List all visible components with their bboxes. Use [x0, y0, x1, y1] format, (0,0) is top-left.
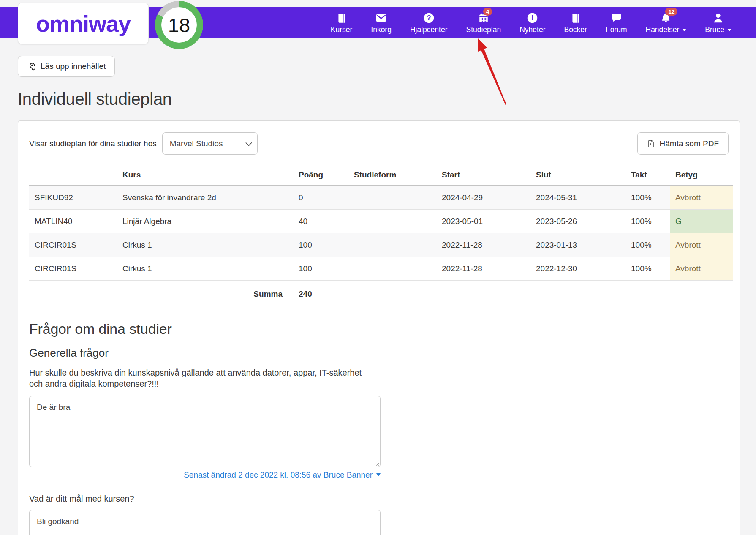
user-icon	[712, 12, 724, 24]
col-header-studieform: Studieform	[348, 168, 436, 186]
main-nav: Kurser Inkorg ? Hjälpcenter 4 Studieplan…	[331, 7, 756, 43]
col-header-kurs: Kurs	[117, 168, 293, 186]
nav-item-studieplan[interactable]: 4 Studieplan	[466, 12, 501, 34]
cell-takt: 100%	[625, 233, 670, 257]
studieplan-badge: 4	[483, 8, 492, 16]
handelser-badge: 12	[665, 8, 677, 16]
nav-item-forum[interactable]: Forum	[606, 12, 627, 34]
progress-ring-badge: 18	[155, 1, 203, 49]
provider-select-value: Marvel Studios	[170, 139, 223, 148]
cell-takt: 100%	[625, 210, 670, 233]
answer-1-wrap: De är bra	[29, 396, 381, 467]
summary-label: Summa	[29, 281, 293, 299]
col-header-start: Start	[436, 168, 530, 186]
cell-start: 2022-11-28	[436, 257, 530, 281]
cell-betyg: G	[670, 210, 733, 233]
cell-start: 2022-11-28	[436, 233, 530, 257]
nav-item-inkorg[interactable]: Inkorg	[371, 12, 392, 34]
logo[interactable]: omniway	[18, 3, 149, 44]
table-summary-row: Summa 240	[29, 281, 729, 299]
answer-2-textarea[interactable]: Bli godkänd	[29, 510, 381, 535]
cell-kurs: Linjär Algebra	[117, 210, 293, 233]
download-pdf-label: Hämta som PDF	[660, 139, 719, 148]
cell-start: 2023-05-01	[436, 210, 530, 233]
cell-studieform	[348, 186, 436, 210]
cell-code: SFIKUD92	[29, 186, 117, 210]
ear-icon	[27, 62, 36, 71]
last-edited-link[interactable]: Senast ändrad 2 dec 2022 kl. 08:56 av Br…	[29, 470, 381, 480]
provider-filter-label: Visar studieplan för dina studier hos	[29, 139, 157, 148]
nav-item-user-bruce[interactable]: Bruce	[705, 12, 732, 34]
plan-controls: Visar studieplan för dina studier hos Ma…	[29, 132, 729, 155]
nav-item-nyheter[interactable]: ! Nyheter	[519, 12, 545, 34]
cell-start: 2024-04-29	[436, 186, 530, 210]
page-title: Individuell studieplan	[18, 89, 740, 109]
provider-select[interactable]: Marvel Studios	[162, 132, 258, 155]
nav-item-hjalpcenter[interactable]: ? Hjälpcenter	[410, 12, 448, 34]
nav-item-label: Böcker	[564, 25, 587, 34]
nav-item-label: Händelser	[646, 25, 680, 34]
calendar-icon: 4	[478, 12, 489, 24]
envelope-icon	[375, 12, 387, 24]
help-circle-icon: ?	[423, 12, 435, 24]
col-header-code	[29, 168, 117, 186]
read-aloud-button[interactable]: Läs upp innehållet	[18, 56, 115, 77]
book-icon	[570, 12, 581, 24]
nav-item-label: Nyheter	[519, 25, 545, 34]
alert-circle-icon: !	[527, 12, 538, 24]
svg-text:!: !	[531, 14, 534, 22]
summary-total: 240	[293, 281, 312, 299]
cell-poang: 100	[293, 233, 348, 257]
questions-section-title: Frågor om dina studier	[29, 321, 729, 337]
col-header-slut: Slut	[530, 168, 625, 186]
cell-studieform	[348, 233, 436, 257]
studyplan-table: Kurs Poäng Studieform Start Slut Takt Be…	[29, 168, 733, 281]
read-aloud-label: Läs upp innehållet	[41, 62, 106, 71]
studyplan-card: Visar studieplan för dina studier hos Ma…	[18, 120, 740, 535]
nav-item-handelser[interactable]: 12 Händelser	[646, 12, 687, 34]
progress-ring-value: 18	[168, 14, 190, 37]
cell-kurs: Cirkus 1	[117, 233, 293, 257]
last-edited-text: Senast ändrad 2 dec 2022 kl. 08:56 av Br…	[184, 470, 373, 480]
nav-item-label: Forum	[606, 25, 627, 34]
nav-item-label: Hjälpcenter	[410, 25, 448, 34]
nav-item-label: Bruce	[705, 25, 724, 34]
cell-slut: 2022-12-30	[530, 257, 625, 281]
nav-item-label: Studieplan	[466, 25, 501, 34]
logo-text: omniway	[36, 11, 131, 37]
question-1-text: Hur skulle du beskriva din kunskapsnivå …	[29, 367, 371, 390]
nav-item-label: Inkorg	[371, 25, 392, 34]
chevron-down-icon	[245, 139, 252, 146]
cell-kurs: Svenska för invandrare 2d	[117, 186, 293, 210]
cell-studieform	[348, 257, 436, 281]
cell-betyg: Avbrott	[670, 257, 733, 281]
bell-icon: 12	[660, 12, 672, 24]
cell-betyg: Avbrott	[670, 186, 733, 210]
chevron-down-icon	[376, 473, 381, 476]
cell-poang: 100	[293, 257, 348, 281]
table-header-row: Kurs Poäng Studieform Start Slut Takt Be…	[29, 168, 733, 186]
cell-poang: 40	[293, 210, 348, 233]
answer-1-textarea[interactable]: De är bra	[29, 396, 381, 467]
nav-item-kurser[interactable]: Kurser	[331, 12, 353, 34]
table-row: CIRCIR01S Cirkus 1 100 2022-11-28 2023-0…	[29, 233, 733, 257]
cell-kurs: Cirkus 1	[117, 257, 293, 281]
question-2-text: Vad är ditt mål med kursen?	[29, 494, 729, 504]
cell-code: MATLIN40	[29, 210, 117, 233]
table-row: SFIKUD92 Svenska för invandrare 2d 0 202…	[29, 186, 733, 210]
main-content: Läs upp innehållet Individuell studiepla…	[18, 56, 740, 535]
col-header-betyg: Betyg	[670, 168, 733, 186]
pdf-file-icon	[647, 139, 655, 148]
nav-item-bocker[interactable]: Böcker	[564, 12, 587, 34]
cell-slut: 2023-01-13	[530, 233, 625, 257]
cell-takt: 100%	[625, 186, 670, 210]
cell-code: CIRCIR01S	[29, 257, 117, 281]
col-header-poang: Poäng	[293, 168, 348, 186]
chat-bubble-icon	[611, 12, 622, 24]
download-pdf-button[interactable]: Hämta som PDF	[637, 132, 729, 155]
table-row: MATLIN40 Linjär Algebra 40 2023-05-01 20…	[29, 210, 733, 233]
table-row: CIRCIR01S Cirkus 1 100 2022-11-28 2022-1…	[29, 257, 733, 281]
cell-slut: 2023-05-26	[530, 210, 625, 233]
col-header-takt: Takt	[625, 168, 670, 186]
cell-slut: 2024-05-31	[530, 186, 625, 210]
